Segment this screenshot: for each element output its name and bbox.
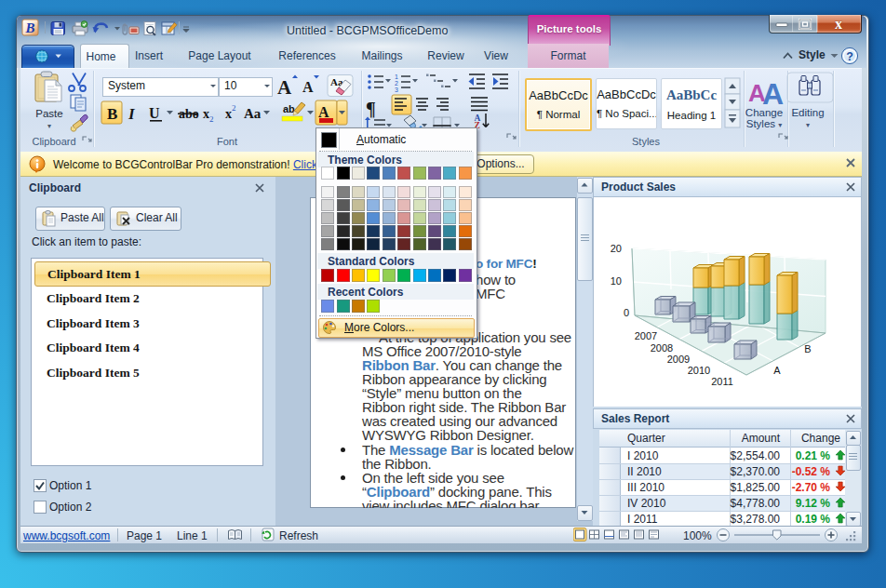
svg-text:x: x xyxy=(203,107,209,121)
svg-text:B: B xyxy=(804,343,811,354)
svg-text:1: 1 xyxy=(395,74,398,80)
svg-text:U: U xyxy=(149,105,160,121)
svg-text:2: 2 xyxy=(232,103,236,113)
svg-text:2007: 2007 xyxy=(635,330,657,341)
svg-text:2008: 2008 xyxy=(651,342,673,354)
svg-text:10: 10 xyxy=(611,275,622,287)
svg-text:A: A xyxy=(302,79,314,95)
svg-text:3: 3 xyxy=(395,87,398,93)
svg-text:x: x xyxy=(225,107,232,121)
svg-text:I: I xyxy=(128,105,136,123)
svg-text:20: 20 xyxy=(611,243,622,254)
svg-text:x: x xyxy=(835,16,842,32)
svg-text:ab: ab xyxy=(283,103,295,114)
svg-text:A: A xyxy=(318,104,329,120)
svg-text:B: B xyxy=(24,20,34,35)
svg-text:2: 2 xyxy=(395,80,398,87)
svg-text:Aa: Aa xyxy=(244,106,262,121)
svg-text:A: A xyxy=(773,365,781,376)
svg-text:A: A xyxy=(277,76,292,99)
svg-text:2009: 2009 xyxy=(667,354,690,365)
svg-text:B: B xyxy=(107,105,117,123)
svg-text:2010: 2010 xyxy=(688,365,710,376)
svg-text:2011: 2011 xyxy=(711,376,733,387)
svg-text:¶: ¶ xyxy=(366,99,376,119)
svg-text:0: 0 xyxy=(624,307,629,318)
svg-text:2: 2 xyxy=(209,114,214,124)
svg-text:A: A xyxy=(762,77,784,111)
